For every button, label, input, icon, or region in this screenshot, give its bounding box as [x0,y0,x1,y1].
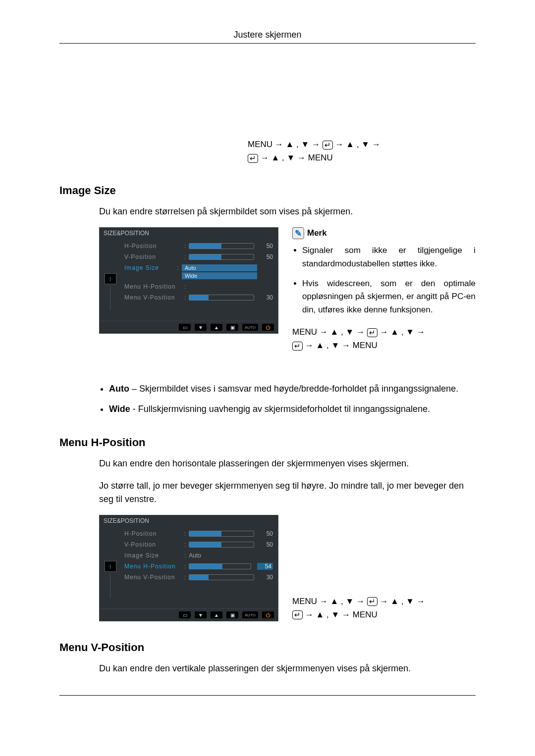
section-heading-image-size: Image Size [59,184,476,197]
osd-btn-auto: AUTO [242,611,258,618]
comma-text: , [326,610,329,619]
osd-row-menu-h: Menu H-Position : 54 [124,561,273,572]
enter-icon: ↵ [367,597,377,606]
image-size-two-col: SIZE&POSITION ∙|∙ H-Position : 50 V-Posi… [99,227,476,372]
osd-footer: ▭ ▼ ▲ ▣ AUTO ⏻ [100,608,278,621]
note-heading: ✎ Merk [292,227,476,239]
comma-text: , [341,327,343,337]
nav-sequence: MENU → ▲ , ▼ → ↵ → ▲ , ▼ → ↵ → ▲ , ▼ → M… [248,138,476,164]
arrow-icon: → [380,327,388,337]
osd-btn-source-icon: ▣ [226,324,238,331]
osd-slider [189,574,254,580]
menu-text: MENU [248,140,272,149]
osd-row-menu-h: Menu H-Position : [124,281,273,292]
image-size-modes: Auto – Skjermbildet vises i samsvar med … [59,382,476,416]
section-heading-menu-h: Menu H-Position [59,436,476,449]
arrow-icon: → [417,327,425,337]
osd-btn-power-icon: ⏻ [262,611,274,618]
menu-h-right-col: MENU → ▲ , ▼ → ↵ → ▲ , ▼ → ↵ → ▲ , ▼ → M… [292,595,476,621]
section-heading-menu-v: Menu V-Position [59,641,476,654]
arrow-icon: → [380,597,388,606]
osd-image-size: SIZE&POSITION ∙|∙ H-Position : 50 V-Posi… [99,227,278,334]
arrow-icon: → [305,610,314,619]
up-icon: ▲ [390,597,399,606]
arrow-icon: → [261,153,269,162]
osd-title: SIZE&POSITION [100,515,278,526]
down-icon: ▼ [406,327,414,337]
osd-value-highlight: 54 [257,563,273,570]
menu-text: MENU [308,153,333,162]
colon: : [184,283,186,290]
image-size-right-col: ✎ Merk Signaler som ikke er tilgjengelig… [292,227,476,372]
osd-option-wide: Wide [182,272,257,279]
mode-desc: – Skjermbildet vises i samsvar med høyde… [129,384,458,394]
note-list: Signaler som ikke er tilgjengelige i sta… [292,244,476,316]
up-icon: ▲ [271,153,279,162]
osd-btn-up-icon: ▲ [211,611,222,618]
up-icon: ▲ [286,140,294,149]
nav-sequence: MENU → ▲ , ▼ → ↵ → ▲ , ▼ → ↵ → ▲ , ▼ → M… [292,325,476,352]
osd-btn-menu-icon: ▭ [179,324,191,331]
mode-name: Wide [109,404,130,414]
comma-text: , [341,597,343,606]
note-label: Merk [307,228,327,238]
arrow-icon: → [305,341,314,350]
osd-slider [189,243,254,249]
osd-row-menu-v: Menu V-Position : 30 [124,292,273,303]
osd-side-line [110,286,110,310]
note-item: Hvis widescreen, som er den optimale opp… [302,277,476,316]
colon: : [184,294,186,301]
down-icon: ▼ [406,597,414,606]
colon: : [177,264,179,271]
menu-h-two-col: SIZE&POSITION ∙|∙ H-Position : 50 V-Posi… [99,515,476,621]
osd-label: Image Size [124,552,181,559]
osd-slider [189,542,254,548]
arrow-icon: → [417,597,425,606]
mode-item-auto: Auto – Skjermbildet vises i samsvar med … [109,382,476,396]
osd-btn-down-icon: ▼ [195,324,207,331]
osd-row-image-size: Image Size : Auto [124,550,273,561]
arrow-icon: → [335,140,344,149]
note-icon: ✎ [292,227,304,239]
colon: : [184,253,186,260]
osd-slider [189,563,251,569]
osd-btn-down-icon: ▼ [195,611,207,618]
up-icon: ▲ [316,610,324,619]
menu-text: MENU [292,597,317,606]
colon: : [184,541,186,548]
osd-value: 30 [260,294,273,301]
osd-row-h-position: H-Position : 50 [124,528,273,539]
mode-item-wide: Wide - Fullskjermvisning uavhengig av sk… [109,402,476,416]
arrow-icon: → [320,327,328,337]
page-title: Justere skjermen [59,30,476,44]
arrow-icon: → [342,341,350,350]
osd-body: ∙|∙ H-Position : 50 V-Position : 50 Imag… [100,526,278,608]
osd-option-auto: Auto [182,264,257,271]
osd-value: 50 [260,541,273,548]
mode-name: Auto [109,384,129,394]
down-icon: ▼ [361,140,370,149]
osd-label-highlight: Image Size [124,264,174,271]
menu-v-intro: Du kan endre den vertikale plasseringen … [99,662,476,675]
osd-label: Menu V-Position [124,574,181,581]
menu-h-intro2: Jo større tall, jo mer beveger skjermmen… [99,479,476,506]
menu-text: MENU [292,327,317,337]
colon: : [184,574,186,581]
osd-btn-up-icon: ▲ [211,324,222,331]
size-position-icon: ∙|∙ [105,561,116,572]
comma-text: , [401,327,404,337]
osd-footer: ▭ ▼ ▲ ▣ AUTO ⏻ [100,321,278,333]
comma-text: , [296,140,299,149]
note-item: Signaler som ikke er tilgjengelige i sta… [302,244,476,270]
osd-label: H-Position [124,243,181,250]
colon: : [184,552,186,559]
enter-icon: ↵ [248,154,258,163]
osd-label: H-Position [124,530,181,537]
osd-slider [189,254,254,260]
osd-label: Menu H-Position [124,283,181,290]
osd-row-v-position: V-Position : 50 [124,539,273,550]
down-icon: ▼ [346,327,354,337]
osd-btn-auto: AUTO [242,324,258,331]
up-icon: ▲ [346,140,354,149]
osd-value: 30 [260,574,273,581]
